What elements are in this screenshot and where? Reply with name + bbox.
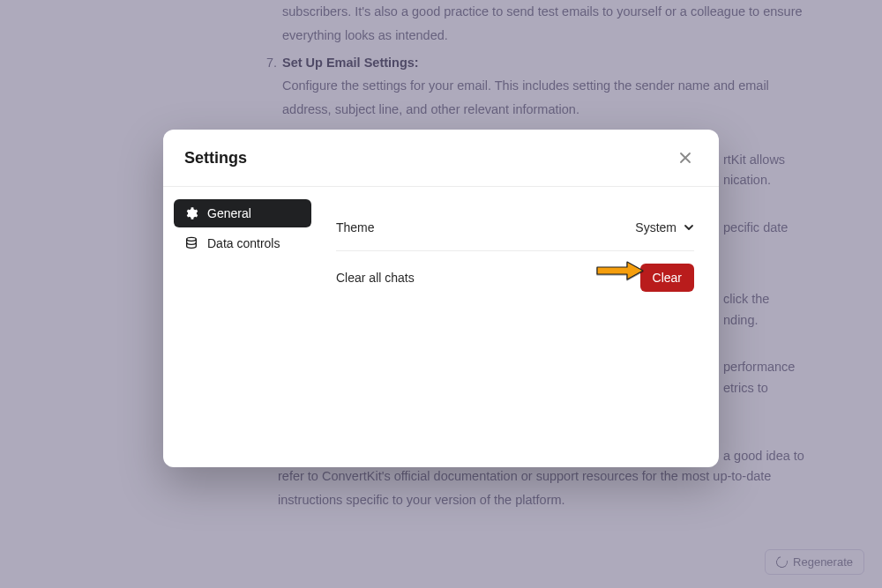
- clear-chats-row: Clear all chats Clear: [336, 251, 694, 304]
- theme-row: Theme System: [336, 205, 694, 251]
- sidebar-item-label: Data controls: [207, 236, 280, 250]
- modal-title: Settings: [184, 149, 247, 167]
- close-icon: [678, 151, 692, 165]
- settings-sidebar: General Data controls: [163, 187, 322, 467]
- settings-content: Theme System Clear all chats Clear: [322, 187, 719, 467]
- clear-chats-label: Clear all chats: [336, 271, 415, 285]
- chevron-down-icon: [684, 222, 694, 233]
- close-button[interactable]: [673, 145, 698, 170]
- gear-icon: [184, 206, 198, 220]
- clear-button[interactable]: Clear: [640, 264, 694, 292]
- theme-value: System: [635, 220, 676, 234]
- svg-point-0: [187, 237, 197, 241]
- theme-label: Theme: [336, 220, 375, 234]
- modal-body: General Data controls Theme System: [163, 187, 719, 467]
- theme-select[interactable]: System: [635, 217, 694, 238]
- modal-header: Settings: [163, 130, 719, 187]
- database-icon: [184, 236, 198, 250]
- sidebar-item-general[interactable]: General: [174, 199, 311, 227]
- sidebar-item-data-controls[interactable]: Data controls: [174, 229, 311, 257]
- sidebar-item-label: General: [207, 206, 251, 220]
- settings-modal: Settings General Data controls: [163, 130, 719, 467]
